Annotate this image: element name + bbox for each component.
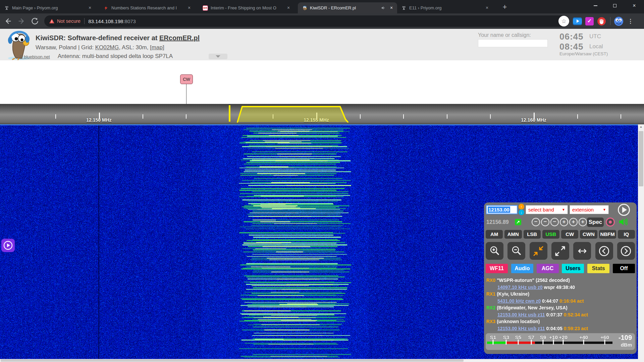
forward-button[interactable]: [16, 16, 27, 26]
receiver-location: Warsaw, Poland | Grid: KO02MG, ASL: 30m,…: [36, 44, 164, 51]
bookmark-star-button[interactable]: ☆: [558, 16, 569, 26]
checkbox-extension-icon[interactable]: ✓: [585, 17, 594, 25]
user-row: RX3 (unknown location): [484, 318, 637, 325]
horizontal-scrollbar[interactable]: [0, 359, 638, 362]
close-icon[interactable]: ×: [285, 5, 291, 11]
video-extension-icon[interactable]: [573, 17, 582, 25]
tab-agc[interactable]: AGC: [537, 264, 559, 273]
record-button[interactable]: [606, 218, 615, 227]
mode-amn[interactable]: AMN: [504, 230, 522, 239]
back-button[interactable]: [3, 16, 13, 26]
mode-usb[interactable]: USB: [542, 230, 559, 239]
kiwisdr-header: KiwiSDR: Software-defined receiver at ER…: [0, 29, 644, 60]
zoom-in-button[interactable]: +: [560, 218, 568, 226]
utc-time: 06:45: [559, 32, 584, 42]
user-frequency-link[interactable]: 5431.00 kHz cwn z0: [497, 298, 541, 304]
tab-e11-priyom[interactable]: E11 › Priyom.org ×: [397, 2, 496, 13]
band-select[interactable]: select band▼: [526, 205, 568, 214]
user-frequency-link[interactable]: 12153.00 kHz usb z11: [497, 312, 545, 317]
zoom-out-button[interactable]: −: [532, 218, 540, 226]
user-row-detail: 5431.00 kHz cwn z0 0:44:07 0:16:04 act: [484, 298, 637, 305]
maximize-button[interactable]: [605, 0, 625, 11]
mode-lsb[interactable]: LSB: [524, 230, 541, 239]
open-link-button[interactable]: ↗: [515, 219, 521, 225]
zoom-to-band-icon[interactable]: [530, 242, 547, 260]
spectrum-button[interactable]: Spec: [587, 218, 604, 227]
chevron-down-icon: ▼: [562, 208, 565, 212]
close-icon[interactable]: ×: [484, 5, 490, 11]
mode-iq[interactable]: IQ: [618, 230, 635, 239]
bluebison-copyright-link[interactable]: © bluebison.net: [19, 54, 50, 59]
tab-title: Numbers Stations Research and I: [111, 5, 183, 10]
passband-shift-button[interactable]: [573, 242, 591, 260]
receiver-title: KiwiSDR: Software-defined receiver at ER…: [36, 34, 200, 42]
close-icon[interactable]: ×: [186, 5, 192, 11]
profile-avatar[interactable]: [614, 16, 624, 26]
zoom-out-button[interactable]: −: [541, 218, 549, 226]
window-controls: ×: [586, 0, 644, 11]
close-window-button[interactable]: ×: [625, 0, 644, 11]
scrollbar-thumb[interactable]: [1, 359, 464, 362]
tab-numbers-stations[interactable]: Numbers Stations Research and I ×: [99, 2, 199, 13]
reload-button[interactable]: [30, 16, 40, 26]
browser-toolbar: Not secure 83.144.108.198:8073 ☆ ✓ ⋮: [0, 13, 644, 29]
user-frequency-link[interactable]: 14097.10 kHz usb z0: [497, 285, 543, 290]
frequency-up-button[interactable]: ↑: [519, 204, 524, 209]
scroll-up-icon[interactable]: ▲: [638, 125, 644, 128]
callsign-input[interactable]: [478, 39, 548, 47]
mode-am[interactable]: AM: [486, 230, 503, 239]
mode-nbfm[interactable]: NBFM: [599, 230, 616, 239]
vertical-scrollbar[interactable]: ▲: [638, 124, 644, 359]
extension-select[interactable]: extension▼: [570, 205, 609, 214]
close-icon[interactable]: ×: [388, 5, 394, 11]
adblock-extension-icon[interactable]: [597, 17, 606, 26]
frequency-input[interactable]: 12153.00: [486, 205, 518, 214]
audio-start-button[interactable]: [1, 239, 15, 252]
tab-wf11[interactable]: WF11: [486, 264, 508, 273]
zoom-out-button[interactable]: [507, 242, 525, 260]
tab-audio[interactable]: Audio: [511, 264, 533, 273]
play-button[interactable]: [618, 204, 630, 216]
tab-users[interactable]: Users: [562, 264, 584, 273]
tab-off[interactable]: Off: [613, 264, 635, 273]
address-bar[interactable]: Not secure 83.144.108.198:8073 ☆: [44, 15, 570, 27]
page-left-button[interactable]: [595, 242, 613, 260]
callsign-label: Your name or callsign:: [478, 32, 531, 38]
chevron-down-icon: [216, 55, 220, 58]
zoom-in-button[interactable]: +: [579, 218, 587, 226]
zoom-in-button[interactable]: [486, 242, 503, 260]
label-strip: CW: [0, 60, 644, 104]
utc-label: UTC: [589, 33, 601, 40]
zoom-in-button[interactable]: +: [569, 218, 578, 226]
header-collapse-button[interactable]: [209, 54, 227, 59]
minimize-button[interactable]: [586, 0, 605, 11]
passband-indicator[interactable]: [0, 104, 644, 124]
zoom-out-button[interactable]: −: [550, 218, 559, 226]
ercomer-link[interactable]: ERcomER.pl: [159, 34, 200, 42]
frequency-scale[interactable]: 12.150 MHz 12.155 MHz 12.160 MHz: [0, 104, 644, 124]
security-label: Not secure: [57, 18, 80, 24]
mode-cwn[interactable]: CWN: [580, 230, 597, 239]
divider: [84, 18, 85, 24]
grid-link[interactable]: KO02MG: [95, 44, 119, 51]
not-secure-icon[interactable]: [49, 18, 55, 24]
frequency-down-button[interactable]: ↓: [519, 209, 524, 215]
tab-kiwisdr[interactable]: KiwiSDR - ERcomER.pl ×: [298, 2, 397, 13]
scrollbar-thumb[interactable]: [639, 131, 643, 186]
mode-cw[interactable]: CW: [561, 230, 578, 239]
tab-stats[interactable]: Stats: [587, 264, 609, 273]
new-tab-button[interactable]: +: [500, 2, 510, 12]
speaker-icon[interactable]: [618, 217, 628, 227]
zoom-out-max-icon[interactable]: [551, 242, 569, 260]
page-right-button[interactable]: [617, 242, 635, 260]
tab-audio-icon[interactable]: [380, 5, 386, 11]
user-frequency-link[interactable]: 12153.00 kHz usb z11: [497, 326, 545, 331]
browser-menu-icon[interactable]: ⋮: [628, 18, 633, 25]
smeter-bar-black: [535, 342, 612, 344]
close-icon[interactable]: ×: [87, 5, 93, 11]
map-link[interactable]: map: [152, 44, 163, 51]
user-row: RX0 "WSPR-autorun" (2562 decoded): [484, 277, 637, 284]
tab-interim[interactable]: DX Interim - Free Shipping on Most O ×: [199, 2, 298, 13]
dx-station-label[interactable]: CW: [180, 74, 193, 84]
tab-priyom-main[interactable]: Main Page › Priyom.org ×: [0, 2, 99, 13]
